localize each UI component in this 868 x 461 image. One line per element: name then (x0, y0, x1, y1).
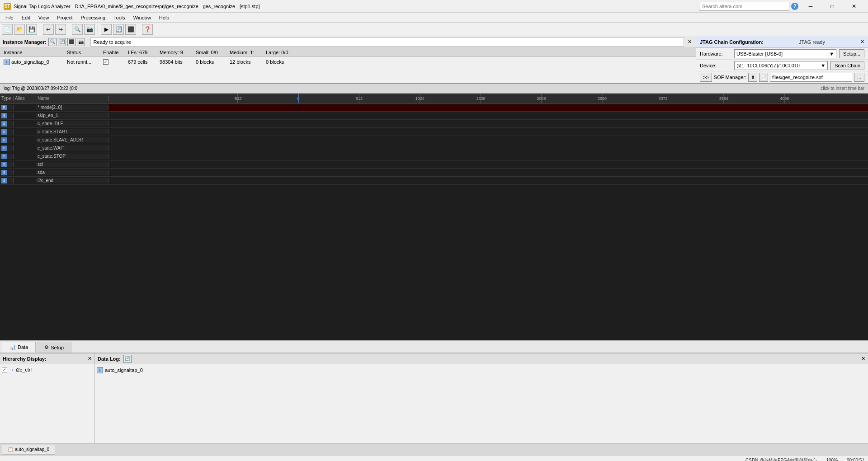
toolbar-search[interactable]: 🔍 (72, 24, 83, 35)
signal-icon-wait: S (1, 146, 7, 151)
instance-search-btn[interactable]: 🔍 (48, 38, 57, 46)
menu-help[interactable]: Help (156, 14, 173, 21)
toolbar-help[interactable]: ❓ (142, 24, 153, 35)
waveform-log-bar: log: Trig @ 2023/03/27 09:43:22 (0:0 cli… (0, 84, 868, 94)
signal-wave-start (108, 128, 868, 136)
title-bar: ST Signal Tap Logic Analyzer - D:/A_FPGA… (0, 0, 868, 13)
signal-row-skip-en: S skip_en_1 (0, 112, 868, 120)
signal-row-slave-addr: S c_state.SLAVE_ADDR (0, 136, 868, 144)
data-log-refresh-btn[interactable]: 🔄 (123, 355, 132, 363)
scan-chain-button[interactable]: Scan Chain (830, 61, 864, 70)
data-log-label: Data Log: (98, 356, 121, 362)
hierarchy-check[interactable]: ✓ (2, 367, 7, 372)
sof-expand-btn[interactable]: >> (700, 73, 712, 82)
status-bar: CSDN @英特尔FPGA中国创新中心 100% 00:00:51 (0, 455, 868, 461)
hierarchy-item-name: i2c_ctrl (16, 367, 32, 372)
signal-wave-slave (108, 136, 868, 144)
hierarchy-panel: Hierarchy Display: ✕ ✓ → i2c_ctrl (0, 353, 95, 443)
col-status: Status (65, 50, 101, 55)
bottom-tab-label: auto_signaltap_0 (15, 447, 49, 452)
instance-icon: i (4, 59, 10, 65)
signal-row-i2c-end: S i2c_end (0, 177, 868, 185)
jtag-close-btn[interactable]: ✕ (860, 39, 864, 45)
sof-browse-btn[interactable]: ... (854, 73, 864, 82)
instance-enable-check[interactable]: ✓ (103, 59, 108, 65)
signal-wave-stop (108, 152, 868, 160)
toolbar-run[interactable]: ▶ (101, 24, 112, 35)
menu-view[interactable]: View (35, 14, 53, 21)
jtag-hardware-dropdown[interactable]: USB-Blaster [USB-0] ▼ (734, 49, 836, 58)
menu-processing[interactable]: Processing (77, 14, 109, 21)
signal-icon-stop: S (1, 154, 7, 159)
sof-file-btn[interactable]: 📄 (759, 73, 768, 82)
signal-type-idle: S (0, 121, 14, 127)
menu-project[interactable]: Project (53, 14, 76, 21)
signal-type-i2c: S (0, 178, 14, 183)
instance-cam-btn[interactable]: 📷 (77, 38, 85, 46)
signal-row-wait: S c_state.WAIT (0, 144, 868, 152)
setup-tab-label: Setup (51, 345, 64, 350)
toolbar-stop[interactable]: ⬛ (125, 24, 136, 35)
tab-data[interactable]: 📊 Data (2, 342, 36, 353)
instance-cells: 679 cells (126, 59, 158, 65)
log-text: log: Trig @ 2023/03/27 09:43:22 (0:0 (4, 86, 77, 91)
toolbar-save[interactable]: 💾 (26, 24, 37, 35)
close-button[interactable]: ✕ (844, 0, 864, 13)
signal-name-idle: c_state.IDLE (36, 121, 108, 126)
maximize-button[interactable]: □ (822, 0, 843, 13)
instance-stop-btn[interactable]: ⬛ (67, 38, 75, 46)
signal-row-scl: S scl (0, 160, 868, 169)
hierarchy-close-btn[interactable]: ✕ (88, 356, 92, 362)
signal-name-skip: skip_en_1 (36, 113, 108, 118)
toolbar-camera[interactable]: 📷 (84, 24, 95, 35)
svg-text:3072: 3072 (658, 96, 667, 101)
bottom-tab-instance[interactable]: 📋 auto_signaltap_0 (2, 445, 55, 455)
svg-text:2560: 2560 (598, 96, 607, 101)
signal-icon-sda: S (1, 170, 7, 175)
jtag-setup-btn[interactable]: Setup... (839, 49, 864, 58)
menu-edit[interactable]: Edit (18, 14, 34, 21)
signal-type-skip: S (0, 113, 14, 118)
svg-text:4096: 4096 (780, 96, 789, 101)
signal-type-sda: S (0, 170, 14, 175)
data-log-instance-name: auto_signaltap_0 (105, 367, 143, 373)
col-instance: Instance (2, 50, 65, 55)
signal-name-mode: * mode[2..0] (36, 105, 108, 110)
svg-text:512: 512 (356, 96, 363, 101)
signal-name-i2c: i2c_end (36, 178, 108, 183)
bottom-tab-icon: 📋 (8, 447, 13, 452)
signal-row-sda: S sda (0, 169, 868, 177)
waveform-empty-space (0, 185, 868, 340)
toolbar-auto-run[interactable]: 🔄 (113, 24, 124, 35)
signal-row-start: S c_state.START (0, 128, 868, 136)
sof-upload-btn[interactable]: ⬆ (748, 73, 757, 82)
signal-icon-skip: S (1, 113, 7, 118)
jtag-header-label: JTAG Chain Configuration: (700, 39, 764, 45)
signal-type-start: S (0, 129, 14, 135)
minimize-button[interactable]: ─ (800, 0, 821, 13)
signal-row-stop: S c_state.STOP (0, 152, 868, 160)
col-enable: Enable (101, 50, 126, 55)
menu-file[interactable]: File (2, 14, 17, 21)
menu-tools[interactable]: Tools (110, 14, 129, 21)
instance-close-btn[interactable]: ✕ (686, 38, 693, 46)
toolbar-new[interactable]: 📄 (2, 24, 13, 35)
jtag-device-dropdown[interactable]: @1: 10CL006(Y|Z)/10CL010 ▼ (734, 61, 828, 70)
instance-refresh-btn[interactable]: 🔄 (58, 38, 66, 46)
svg-rect-22 (108, 104, 868, 111)
jtag-hardware-label: Hardware: (700, 51, 731, 56)
menu-window[interactable]: Window (130, 14, 155, 21)
toolbar: 📄 📂 💾 ↩ ↪ 🔍 📷 ▶ 🔄 ⬛ ❓ (0, 23, 868, 36)
toolbar-open[interactable]: 📂 (14, 24, 25, 35)
data-log-close-btn[interactable]: ✕ (861, 356, 865, 362)
data-log-instance-icon: i (97, 367, 103, 373)
tab-setup[interactable]: ⚙ Setup (37, 342, 71, 353)
menu-bar: File Edit View Project Processing Tools … (0, 13, 868, 23)
search-input[interactable] (699, 2, 789, 11)
zoom-level: 100% (826, 458, 838, 461)
instance-blocks-small: 0 blocks (194, 59, 228, 65)
hierarchy-content: ✓ → i2c_ctrl (0, 364, 94, 443)
toolbar-redo[interactable]: ↪ (55, 24, 66, 35)
col-medium: Medium: 1: (228, 50, 264, 55)
toolbar-undo[interactable]: ↩ (43, 24, 54, 35)
